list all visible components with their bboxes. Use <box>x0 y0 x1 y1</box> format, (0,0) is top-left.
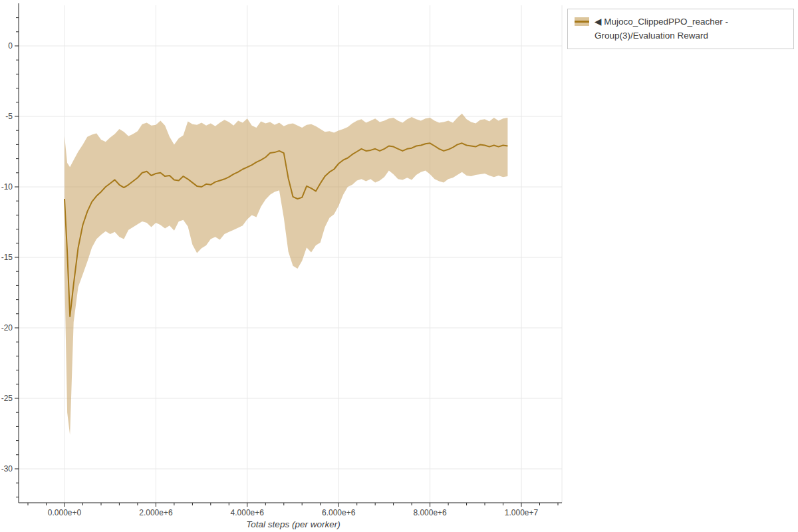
y-tick-label: -30 <box>1 464 13 473</box>
y-tick-label: -25 <box>1 394 13 403</box>
y-tick-label: 0 <box>8 41 13 51</box>
legend-item-evaluation-reward[interactable]: ◀ Mujoco_ClippedPPO_reacher - Group(3)/E… <box>575 15 787 43</box>
x-tick-label: 0.000e+0 <box>48 508 82 517</box>
x-tick-label: 8.000e+6 <box>413 508 447 517</box>
y-tick-label: -10 <box>1 182 13 192</box>
std-band <box>65 114 507 435</box>
x-axis-label: Total steps (per worker) <box>65 519 522 529</box>
dashboard-chart-panel: 0.000e+02.000e+64.000e+66.000e+68.000e+6… <box>0 0 798 532</box>
x-tick-label: 1.000e+7 <box>505 508 539 517</box>
x-tick-label: 6.000e+6 <box>322 508 356 517</box>
legend-box: ◀ Mujoco_ClippedPPO_reacher - Group(3)/E… <box>567 9 794 49</box>
y-tick-label: -5 <box>5 112 13 121</box>
x-tick-label: 4.000e+6 <box>231 508 265 517</box>
band-line-swatch-icon <box>575 17 589 26</box>
line-swatch-icon <box>575 21 589 23</box>
legend-label: ◀ Mujoco_ClippedPPO_reacher - Group(3)/E… <box>595 15 787 43</box>
y-tick-label: -15 <box>1 253 13 262</box>
x-tick-label: 2.000e+6 <box>139 508 173 517</box>
evaluation-reward-plot[interactable]: 0.000e+02.000e+64.000e+66.000e+68.000e+6… <box>0 0 798 532</box>
y-tick-label: -20 <box>1 323 13 332</box>
